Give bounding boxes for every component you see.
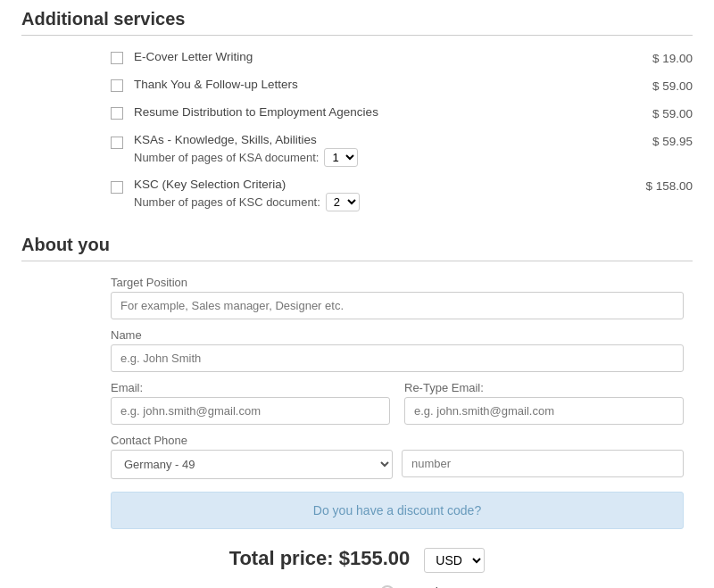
ksc-pages-label: Number of pages of KSC document: [134,195,320,209]
name-label: Name [111,328,684,342]
about-you-section: About you Target Position Name Email: [21,226,693,529]
name-group: Name [111,328,684,372]
phone-number-input[interactable] [402,450,684,477]
services-divider [21,35,693,36]
list-item: KSC (Key Selection Criteria) Number of p… [111,178,693,211]
list-item: KSAs - Knowledge, Skills, Abilities Numb… [111,133,693,167]
distribution-label: Resume Distribution to Employment Agenci… [134,105,603,119]
currency-select[interactable]: USD EUR GBP AUD CAD [424,548,485,573]
phone-row: Germany - 49 United States - 1 United Ki… [111,450,684,479]
name-input[interactable] [111,344,684,372]
phone-country-wrap: Germany - 49 United States - 1 United Ki… [111,450,393,479]
distribution-price: $ 59.00 [621,105,693,120]
target-position-label: Target Position [111,276,684,289]
services-list: E-Cover Letter Writing $ 19.00 Thank You… [111,50,693,211]
ecover-checkbox[interactable] [111,52,123,64]
total-label: Total price: $155.00 [229,547,416,569]
distribution-checkbox[interactable] [111,107,123,120]
list-item: Thank You & Follow-up Letters $ 59.00 [111,78,693,95]
email-group: Email: [111,381,390,425]
thankyou-label: Thank You & Follow-up Letters [134,78,603,91]
about-divider [21,261,693,261]
email-label: Email: [111,381,390,394]
additional-services-title: Additional services [21,0,693,35]
list-item: E-Cover Letter Writing $ 19.00 [111,50,693,67]
target-position-input[interactable] [111,292,684,319]
phone-number-wrap [402,450,684,479]
ksas-label: KSAs - Knowledge, Skills, Abilities Numb… [134,133,603,167]
ksas-checkbox[interactable] [111,137,123,149]
retype-email-label: Re-Type Email: [404,381,684,394]
target-position-group: Target Position [111,276,684,319]
ksas-pages-label: Number of pages of KSA document: [134,151,319,164]
ksas-pages-select[interactable]: 1 2 3 4 5 [324,148,358,167]
ksc-label: KSC (Key Selection Criteria) Number of p… [134,178,603,211]
list-item: Resume Distribution to Employment Agenci… [111,105,693,122]
retype-email-group: Re-Type Email: [404,381,684,425]
thankyou-price: $ 59.00 [621,78,693,93]
ecover-label: E-Cover Letter Writing [134,50,603,63]
ksc-checkbox[interactable] [111,181,123,194]
about-form: Target Position Name Email: Re-Type Emai… [111,276,684,529]
total-section: Total price: $155.00 USD EUR GBP AUD CAD [21,547,693,573]
email-row: Email: Re-Type Email: [111,381,684,434]
contact-phone-group: Contact Phone Germany - 49 United States… [111,434,684,479]
ksc-price: $ 158.00 [621,178,693,193]
ecover-price: $ 19.00 [621,50,693,65]
retype-email-input[interactable] [404,397,684,425]
discount-bar[interactable]: Do you have a discount code? [111,492,684,529]
ksc-pages-select[interactable]: 1 2 3 4 5 [326,193,360,211]
phone-country-select[interactable]: Germany - 49 United States - 1 United Ki… [111,450,393,479]
thankyou-checkbox[interactable] [111,79,123,92]
ksas-price: $ 59.95 [621,133,693,148]
email-input[interactable] [111,397,390,425]
contact-phone-label: Contact Phone [111,434,684,447]
about-you-title: About you [21,226,693,261]
